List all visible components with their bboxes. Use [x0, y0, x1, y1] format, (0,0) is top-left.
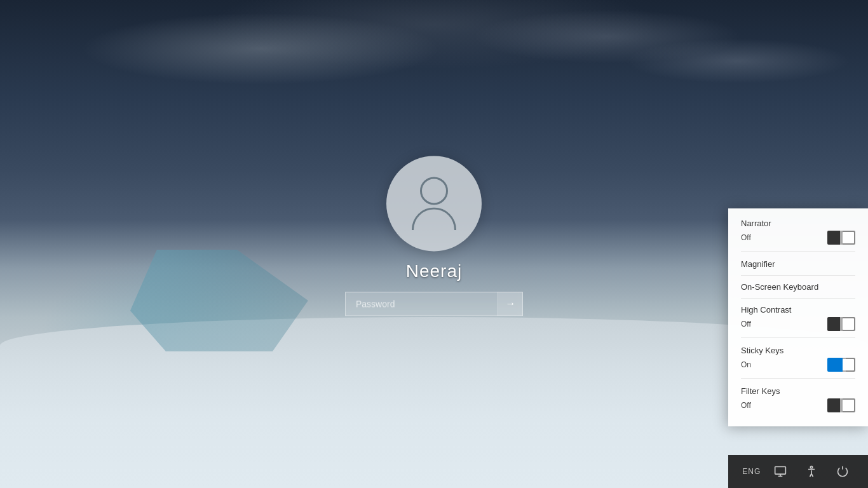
language-label[interactable]: ENG — [742, 467, 761, 476]
narrator-label: Narrator — [741, 219, 855, 228]
password-input[interactable] — [345, 292, 523, 316]
login-container: Neeraj → — [345, 156, 523, 316]
power-button[interactable] — [831, 461, 854, 482]
power-icon — [836, 465, 849, 478]
username-label: Neeraj — [406, 261, 462, 281]
high-contrast-control: Off — [741, 317, 855, 331]
avatar-head — [420, 177, 448, 205]
high-contrast-toggle[interactable] — [827, 317, 855, 331]
sticky-keys-toggle-knob — [843, 359, 854, 370]
password-container: → — [345, 292, 523, 316]
password-submit-button[interactable]: → — [498, 292, 523, 316]
sticky-keys-status: On — [741, 360, 751, 369]
high-contrast-status: Off — [741, 320, 751, 329]
accessibility-button[interactable] — [800, 461, 823, 482]
high-contrast-toggle-knob — [843, 318, 854, 330]
avatar-body — [412, 207, 456, 230]
monitor-button[interactable] — [769, 461, 792, 482]
narrator-item: Narrator Off — [741, 219, 855, 252]
glass-building — [130, 250, 308, 351]
svg-point-3 — [810, 466, 812, 468]
arrow-icon: → — [506, 298, 516, 309]
magnifier-label[interactable]: Magnifier — [741, 259, 855, 269]
sticky-keys-toggle[interactable] — [827, 358, 855, 372]
monitor-icon — [774, 465, 787, 478]
sticky-keys-label: Sticky Keys — [741, 346, 855, 355]
accessibility-panel: Narrator Off Magnifier On-Screen Keyboar… — [728, 208, 868, 426]
avatar — [386, 156, 482, 251]
on-screen-keyboard-item: On-Screen Keyboard — [741, 282, 855, 299]
magnifier-item: Magnifier — [741, 259, 855, 276]
filter-keys-toggle[interactable] — [827, 398, 855, 412]
high-contrast-label: High Contrast — [741, 305, 855, 315]
filter-keys-item: Filter Keys Off — [741, 386, 855, 419]
filter-keys-toggle-knob — [843, 400, 854, 411]
avatar-icon — [412, 177, 456, 230]
filter-keys-control: Off — [741, 398, 855, 412]
narrator-toggle[interactable] — [827, 231, 855, 245]
sticky-keys-item: Sticky Keys On — [741, 346, 855, 379]
narrator-control: Off — [741, 231, 855, 245]
svg-rect-0 — [775, 467, 786, 475]
filter-keys-status: Off — [741, 401, 751, 410]
accessibility-icon — [805, 465, 818, 478]
bottom-bar: ENG — [728, 455, 868, 488]
narrator-status: Off — [741, 233, 751, 242]
on-screen-keyboard-label[interactable]: On-Screen Keyboard — [741, 282, 855, 292]
narrator-toggle-knob — [843, 232, 854, 243]
high-contrast-item: High Contrast Off — [741, 305, 855, 338]
sticky-keys-control: On — [741, 358, 855, 372]
filter-keys-label: Filter Keys — [741, 386, 855, 396]
